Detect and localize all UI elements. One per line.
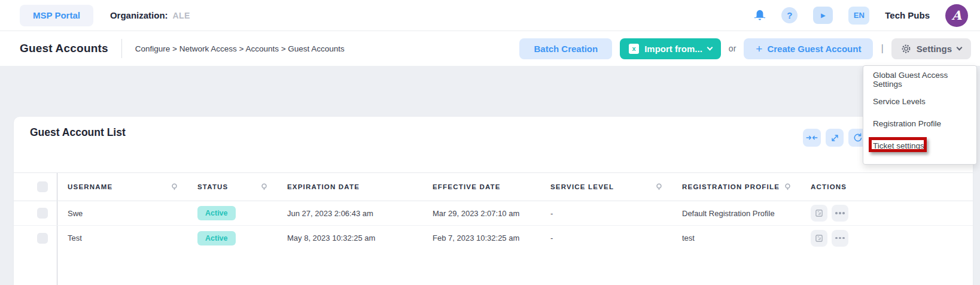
row-checkbox[interactable] <box>37 208 48 219</box>
cell-username: Test <box>57 234 187 242</box>
gear-icon <box>901 44 911 54</box>
cell-expiration-date: May 8, 2023 10:32:25 am <box>276 234 422 242</box>
bell-icon[interactable] <box>754 9 766 22</box>
row-checkbox[interactable] <box>37 233 48 244</box>
status-badge: Active <box>197 206 236 220</box>
search-icon[interactable] <box>260 183 268 192</box>
search-icon[interactable] <box>655 183 663 192</box>
avatar[interactable]: A <box>945 4 968 27</box>
play-icon[interactable]: ▶ <box>813 7 833 24</box>
column-label: EFFECTIVE DATE <box>433 183 501 190</box>
chevron-down-icon <box>957 44 963 50</box>
table-toolbar <box>803 129 866 147</box>
column-header-service-level[interactable]: SERVICE LEVEL <box>540 183 671 192</box>
column-label: USERNAME <box>68 183 112 190</box>
select-all-checkbox[interactable] <box>37 181 48 192</box>
collapse-columns-icon[interactable] <box>803 129 821 147</box>
more-actions-icon[interactable] <box>832 205 848 222</box>
menu-item-registration-profile[interactable]: Registration Profile <box>863 113 976 135</box>
help-icon[interactable]: ? <box>781 7 798 23</box>
cell-registration-profile: test <box>671 234 800 242</box>
organization-label: Organization: <box>110 10 168 20</box>
preview-icon[interactable] <box>811 230 827 247</box>
guest-account-list-card: Guest Account List <box>14 117 973 285</box>
column-header-status[interactable]: STATUS <box>187 183 276 192</box>
page-header: Guest Accounts Configure > Network Acces… <box>0 31 980 66</box>
more-actions-icon[interactable] <box>832 230 848 247</box>
header-checkbox-cell <box>14 181 57 192</box>
page-actions: Batch Creation x Import from... or + Cre… <box>519 38 980 59</box>
msp-portal-button[interactable]: MSP Portal <box>20 5 93 26</box>
column-header-effective-date[interactable]: EFFECTIVE DATE <box>422 183 540 190</box>
button-divider: | <box>881 43 883 54</box>
column-header-registration-profile[interactable]: REGISTRATION PROFILE <box>671 183 800 192</box>
batch-creation-button[interactable]: Batch Creation <box>519 38 612 59</box>
column-label: ACTIONS <box>811 183 847 190</box>
cell-effective-date: Mar 29, 2023 2:07:10 am <box>422 209 540 218</box>
cell-effective-date: Feb 7, 2023 10:32:25 am <box>422 234 540 242</box>
column-label: SERVICE LEVEL <box>550 183 614 190</box>
settings-label: Settings <box>917 44 952 54</box>
cell-service-level: - <box>540 234 671 242</box>
column-label: STATUS <box>197 183 229 190</box>
search-icon[interactable] <box>171 183 178 192</box>
card-title: Guest Account List <box>30 126 126 139</box>
table-row[interactable]: Test Active May 8, 2023 10:32:25 am Feb … <box>14 226 973 250</box>
column-header-username[interactable]: USERNAME <box>57 183 187 192</box>
guest-account-table: USERNAME STATUS EXPIRATION DATE <box>14 172 973 250</box>
topbar-actions: ? ▶ EN Tech Pubs A <box>754 4 980 27</box>
cell-expiration-date: Jun 27, 2023 2:06:43 am <box>276 209 422 218</box>
top-header: MSP Portal Organization: ALE ? ▶ EN Tech… <box>0 0 980 31</box>
column-header-expiration-date[interactable]: EXPIRATION DATE <box>276 183 422 190</box>
menu-item-global-guest-access-settings[interactable]: Global Guest Access Settings <box>863 68 976 90</box>
page-title: Guest Accounts <box>20 42 108 55</box>
settings-button[interactable]: Settings <box>891 38 971 59</box>
organization: Organization: ALE <box>110 10 190 20</box>
import-from-button[interactable]: x Import from... <box>620 38 721 59</box>
excel-file-icon: x <box>629 44 639 54</box>
or-text: or <box>729 44 736 53</box>
column-label: EXPIRATION DATE <box>287 183 360 190</box>
import-from-label: Import from... <box>644 44 702 54</box>
preview-icon[interactable] <box>811 205 827 222</box>
menu-item-service-levels[interactable]: Service Levels <box>863 90 976 113</box>
settings-dropdown-menu: Global Guest Access Settings Service Lev… <box>863 65 977 165</box>
column-label: REGISTRATION PROFILE <box>682 183 780 190</box>
cell-service-level: - <box>540 209 671 218</box>
user-name[interactable]: Tech Pubs <box>885 10 930 20</box>
create-guest-account-button[interactable]: + Create Guest Account <box>744 38 873 59</box>
table-header-row: USERNAME STATUS EXPIRATION DATE <box>14 172 973 201</box>
column-header-actions: ACTIONS <box>800 183 973 190</box>
cell-username: Swe <box>57 209 187 218</box>
search-icon[interactable] <box>784 183 792 192</box>
breadcrumb: Configure > Network Access > Accounts > … <box>135 44 345 53</box>
table-row[interactable]: Swe Active Jun 27, 2023 2:06:43 am Mar 2… <box>14 201 973 226</box>
page-content: Guest Account List <box>0 66 980 285</box>
title-divider <box>121 39 122 58</box>
status-badge: Active <box>197 231 236 245</box>
create-guest-account-label: Create Guest Account <box>767 44 861 54</box>
cell-registration-profile: Default Registration Profile <box>671 209 800 218</box>
expand-icon[interactable] <box>826 129 844 147</box>
menu-item-ticket-settings[interactable]: Ticket settings <box>863 135 976 157</box>
chevron-down-icon <box>707 44 713 50</box>
organization-value: ALE <box>173 11 190 20</box>
plus-icon: + <box>756 43 762 54</box>
language-selector[interactable]: EN <box>848 7 869 25</box>
